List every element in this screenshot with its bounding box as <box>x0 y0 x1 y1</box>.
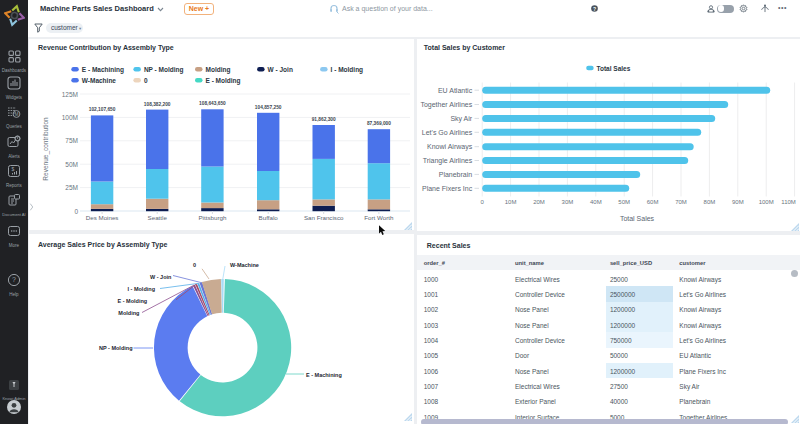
svg-text:60M: 60M <box>647 199 659 205</box>
svg-text:90M: 90M <box>732 199 744 205</box>
svg-text:Planebrain: Planebrain <box>439 170 473 177</box>
svg-text:100M: 100M <box>62 113 78 120</box>
svg-text:Triangle Airlines: Triangle Airlines <box>422 157 472 165</box>
svg-text:Sky Air: Sky Air <box>450 114 472 122</box>
svg-text:30M: 30M <box>561 199 573 205</box>
svg-text:104,857,250: 104,857,250 <box>255 104 282 109</box>
svg-text:I - Molding: I - Molding <box>128 286 156 292</box>
svg-text:Buffalo: Buffalo <box>259 213 279 220</box>
svg-text:40M: 40M <box>590 199 602 205</box>
svg-text:NP - Molding: NP - Molding <box>144 66 184 74</box>
svg-text:Total Sales: Total Sales <box>620 215 655 222</box>
svg-text:E - Machining: E - Machining <box>306 372 342 378</box>
svg-text:10M: 10M <box>505 199 517 205</box>
svg-text:Molding: Molding <box>118 310 139 316</box>
svg-text:Des Moines: Des Moines <box>86 213 119 220</box>
svg-text:NP - Molding: NP - Molding <box>99 345 133 351</box>
svg-text:50M: 50M <box>618 199 630 205</box>
svg-text:?: ? <box>592 6 595 12</box>
svg-text:0: 0 <box>144 77 148 84</box>
svg-text:W - Join: W - Join <box>268 66 293 73</box>
svg-text:125M: 125M <box>62 90 78 97</box>
svg-text:87,369,000: 87,369,000 <box>367 121 391 126</box>
svg-text:Together Airlines: Together Airlines <box>420 101 472 109</box>
svg-text:$: $ <box>12 166 15 172</box>
svg-text:Total Sales: Total Sales <box>596 64 630 71</box>
svg-text:E - Molding: E - Molding <box>118 298 148 304</box>
svg-text:80M: 80M <box>703 199 715 205</box>
svg-text:91,862,300: 91,862,300 <box>312 117 336 122</box>
svg-text:San Francisco: San Francisco <box>304 213 344 220</box>
svg-text:M: M <box>15 112 19 117</box>
svg-text:Pittsburgh: Pittsburgh <box>198 213 226 220</box>
svg-text:W-Machine: W-Machine <box>82 77 117 84</box>
svg-text:100M: 100M <box>758 199 773 205</box>
svg-text:20M: 20M <box>533 199 545 205</box>
svg-text:E - Machining: E - Machining <box>82 66 124 74</box>
svg-text:0: 0 <box>480 199 484 205</box>
svg-text:Fort Worth: Fort Worth <box>364 213 394 220</box>
svg-text:108,643,650: 108,643,650 <box>199 101 226 106</box>
svg-text:Molding: Molding <box>206 66 231 74</box>
svg-text:Let's Go Airlines: Let's Go Airlines <box>422 128 473 135</box>
svg-text:25M: 25M <box>65 184 78 191</box>
svg-text:W - Join: W - Join <box>150 274 172 280</box>
svg-text:108,382,200: 108,382,200 <box>144 101 171 106</box>
svg-text:I - Molding: I - Molding <box>331 66 364 74</box>
svg-text:70M: 70M <box>675 199 687 205</box>
svg-text:0: 0 <box>193 262 196 268</box>
svg-text:?: ? <box>12 276 16 283</box>
svg-text:50M: 50M <box>65 160 78 167</box>
svg-text:Seattle: Seattle <box>148 213 168 220</box>
svg-text:110M: 110M <box>781 199 796 205</box>
svg-text:W-Machine: W-Machine <box>230 262 259 268</box>
svg-text:EU Atlantic: EU Atlantic <box>438 86 473 93</box>
svg-text:75M: 75M <box>65 137 78 144</box>
svg-text:E - Molding: E - Molding <box>206 77 241 85</box>
svg-text:0: 0 <box>74 207 78 214</box>
svg-text:102,107,650: 102,107,650 <box>89 107 116 112</box>
svg-text:Revenue_contribution: Revenue_contribution <box>42 117 50 181</box>
svg-text:Knowi Airways: Knowi Airways <box>427 143 473 151</box>
svg-text:Plane Fixers Inc: Plane Fixers Inc <box>422 184 473 191</box>
